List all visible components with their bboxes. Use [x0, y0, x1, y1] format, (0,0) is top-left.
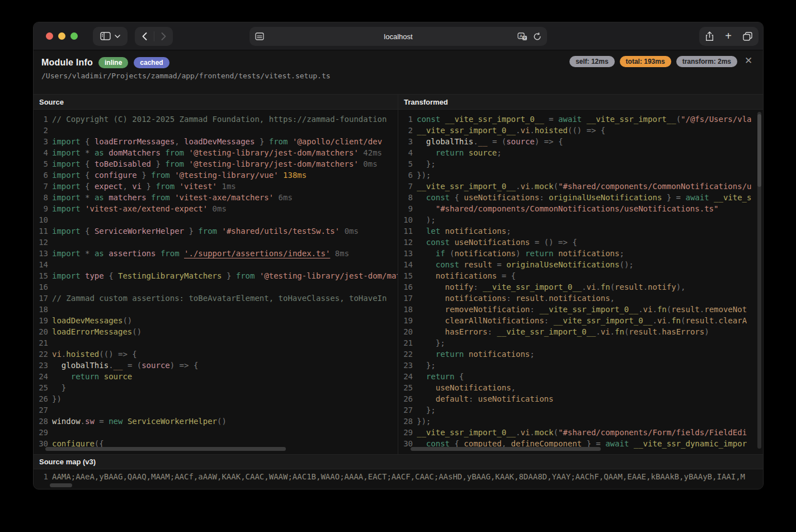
forward-button[interactable] [154, 27, 173, 46]
code-token: . [109, 361, 113, 370]
line-number: 19 [398, 315, 413, 326]
line-number: 26 [34, 393, 48, 404]
code-token: (); [619, 260, 633, 269]
close-window-button[interactable] [46, 32, 53, 40]
code-token: notifications [469, 350, 530, 359]
code-token: await [685, 193, 714, 202]
minimize-window-button[interactable] [58, 32, 65, 40]
code-token: }; [417, 406, 436, 415]
code-token: ); [417, 215, 436, 224]
code-token: useNotifications [464, 193, 539, 202]
line-number: 13 [34, 248, 48, 259]
code-token: new [109, 417, 123, 426]
code-token: hasErrors [417, 327, 487, 336]
new-tab-button[interactable]: + [725, 30, 732, 43]
code-token: mock [535, 182, 554, 191]
back-button[interactable] [135, 27, 154, 46]
code-token: return [52, 372, 99, 381]
zoom-window-button[interactable] [70, 32, 78, 40]
code-token: notifications [549, 294, 610, 303]
module-link[interactable]: './support/assertions/index.ts' [184, 249, 330, 258]
line-number: 29 [398, 427, 413, 438]
line-number: 19 [34, 315, 48, 326]
code-token: = [544, 115, 558, 124]
translate-icon[interactable]: A 文 [517, 32, 527, 41]
code-line: 1const __vite_ssr_import_0__ = await __v… [398, 114, 763, 125]
line-number: 1 [34, 114, 48, 125]
code-token: } [222, 271, 235, 280]
code-token: . [81, 417, 85, 426]
code-line: 17// Zammad custom assertions: toBeAvata… [34, 293, 398, 304]
code-token: source [142, 361, 170, 370]
code-token: . [530, 182, 534, 191]
code-token: } [255, 137, 269, 146]
code-token: . [596, 283, 600, 291]
line-number: 15 [34, 270, 48, 281]
code-token: removeNotification [417, 305, 530, 314]
code-token: as [95, 148, 104, 157]
code-token: '@testing-library/vue' [170, 171, 279, 180]
transformed-vertical-scrollbar[interactable] [757, 114, 761, 187]
code-token: vi [132, 182, 142, 191]
source-horizontal-scrollbar[interactable] [45, 447, 286, 451]
code-token: () [123, 316, 132, 325]
code-token: import [52, 159, 81, 168]
share-icon[interactable] [705, 31, 714, 41]
line-number: 8 [34, 192, 48, 203]
browser-window: localhost A 文 [33, 22, 764, 489]
line-number: 15 [398, 270, 413, 281]
code-token: TestingLibraryMatchers [118, 271, 222, 280]
sourcemap-horizontal-scrollbar[interactable] [50, 483, 72, 487]
code-token: import [52, 182, 81, 191]
code-token: fn [657, 305, 667, 314]
code-token: ) [704, 327, 709, 336]
tab-overview-button[interactable] [743, 32, 752, 41]
line-number: 17 [34, 293, 48, 304]
code-token: import [52, 271, 81, 280]
line-number: 17 [398, 293, 413, 304]
code-token: const [417, 193, 454, 202]
code-token: { [81, 137, 95, 146]
transformed-horizontal-scrollbar[interactable] [411, 447, 601, 451]
code-token: toBeDisabled [95, 159, 151, 168]
code-token: vi [586, 283, 596, 291]
address-bar[interactable]: localhost A 文 [249, 27, 547, 46]
code-token: { [81, 182, 95, 191]
module-info-header: Module Info inline cached self: 12ms tot… [34, 50, 763, 94]
sidebar-toggle-button[interactable] [93, 27, 128, 46]
code-token: ; [497, 148, 501, 157]
code-token: __vite_s [714, 193, 751, 202]
code-token: loadDevMessages [184, 137, 255, 146]
code-token: source [99, 372, 132, 381]
timing-badges: self: 12ms total: 193ms transform: 2ms [569, 56, 737, 67]
line-number: 14 [398, 259, 413, 270]
code-token: { [81, 171, 95, 180]
line-number: 12 [34, 237, 48, 248]
code-token: from [236, 271, 255, 280]
code-line: 29 [34, 427, 398, 438]
code-token: * [81, 249, 95, 258]
browser-toolbar: localhost A 文 [34, 22, 763, 50]
code-token: { [454, 193, 464, 202]
code-token: ) [516, 249, 525, 258]
code-line: 2 [34, 125, 398, 136]
code-line: 11 let notifications; [398, 225, 763, 237]
toolbar-actions: + [699, 27, 759, 46]
code-token: domMatchers [104, 148, 166, 157]
code-token: __vite_ssr_import_0__ [483, 283, 582, 291]
code-token: useNotifications [478, 394, 554, 403]
code-token: : [487, 327, 497, 336]
code-token: vi [52, 350, 62, 359]
close-panel-button[interactable]: ✕ [742, 54, 755, 67]
page-settings-icon[interactable] [255, 32, 264, 40]
reload-icon[interactable] [533, 32, 541, 41]
code-token: vi [520, 182, 530, 191]
code-line: 4 return source; [398, 147, 763, 158]
cached-badge: cached [134, 57, 169, 68]
code-token: as [95, 249, 104, 258]
code-line: 19loadDevMessages() [34, 315, 398, 326]
code-token: import [52, 249, 81, 258]
line-number: 4 [398, 147, 413, 158]
code-line: 5import { toBeDisabled } from '@testing-… [34, 158, 398, 170]
code-token: expect [95, 182, 123, 191]
